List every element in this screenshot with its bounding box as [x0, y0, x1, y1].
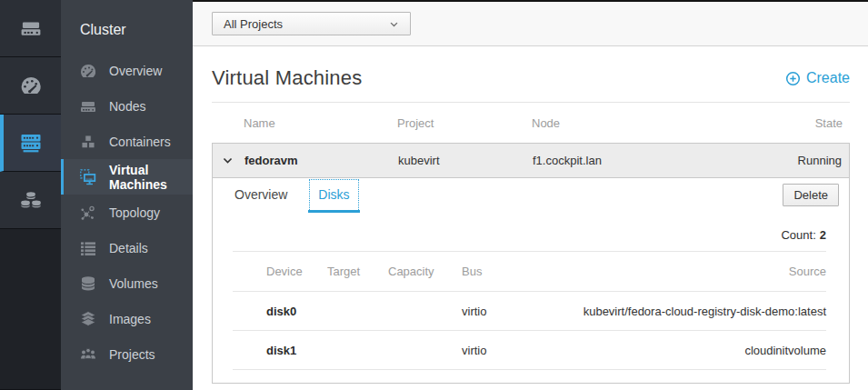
vm-detail-tabs: Overview Disks Delete [213, 178, 849, 213]
plus-circle-icon [785, 71, 801, 86]
sidebar-item-nodes[interactable]: Nodes [61, 88, 193, 124]
page-title: Virtual Machines [212, 66, 362, 90]
app-window: Cluster Overview Nodes Containers Virtua… [0, 0, 868, 390]
server-icon [77, 97, 99, 115]
strip-item-overview[interactable] [0, 57, 61, 115]
people-icon [77, 345, 99, 364]
sidebar-item-label: Volumes [109, 276, 158, 291]
sidebar: Cluster Overview Nodes Containers Virtua… [61, 0, 193, 390]
storage-stacks-icon [19, 188, 43, 212]
sidebar-item-label: Images [109, 312, 151, 326]
gauge-icon [19, 74, 43, 97]
main-area: All Projects Virtual Machines Create Nam… [193, 0, 868, 390]
sidebar-item-label: Overview [109, 64, 162, 78]
vm-detail-panel: Overview Disks Delete Count:2 Device Tar… [212, 178, 850, 384]
column-header-capacity: Capacity [388, 265, 462, 278]
icon-strip-filler [0, 229, 61, 390]
column-header-target: Target [327, 265, 388, 278]
top-bar: All Projects [193, 2, 868, 46]
app-icon-strip [0, 0, 61, 390]
sidebar-item-label: Containers [109, 135, 171, 149]
row-expander-chevron-down-icon[interactable] [213, 155, 244, 166]
disks-panel: Count:2 Device Target Capacity Bus Sourc… [213, 213, 849, 383]
column-header-name: Name [244, 116, 397, 130]
sidebar-item-label: Projects [109, 347, 155, 362]
sidebar-item-details[interactable]: Details [61, 230, 193, 265]
vm-node-cell: f1.cockpit.lan [533, 154, 744, 167]
server-icon [19, 16, 43, 40]
column-header-source: Source [575, 265, 826, 278]
disks-table-header: Device Target Capacity Bus Source [233, 252, 826, 292]
vm-project-cell: kubevirt [398, 154, 533, 167]
tab-overview[interactable]: Overview [224, 178, 297, 213]
vm-icon [77, 168, 99, 186]
content-pane: Virtual Machines Create Name Project Nod… [193, 46, 868, 390]
chevron-down-icon [389, 19, 399, 29]
sidebar-item-virtual-machines[interactable]: Virtual Machines [61, 159, 193, 195]
disks-count: Count:2 [233, 218, 826, 252]
strip-item-nodes[interactable] [0, 0, 61, 57]
column-header-project: Project [397, 116, 532, 130]
column-header-device: Device [233, 265, 327, 278]
table-row-disk1: disk1 virtio cloudinitvolume [233, 331, 826, 370]
sidebar-item-overview[interactable]: Overview [61, 53, 193, 88]
table-row-fedoravm[interactable]: fedoravm kubevirt f1.cockpit.lan Running [212, 143, 850, 178]
sidebar-item-label: Topology [109, 205, 160, 220]
list-icon [77, 239, 99, 257]
delete-button[interactable]: Delete [783, 184, 839, 206]
project-filter-value: All Projects [224, 17, 283, 31]
sidebar-item-images[interactable]: Images [61, 301, 193, 336]
vm-table-header: Name Project Node State [212, 102, 850, 143]
sidebar-item-label: Virtual Machines [109, 163, 193, 192]
strip-item-cluster[interactable] [0, 115, 61, 172]
create-button-label: Create [806, 70, 850, 86]
layers-icon [77, 310, 99, 328]
sidebar-item-projects[interactable]: Projects [61, 336, 193, 372]
sidebar-item-volumes[interactable]: Volumes [61, 265, 193, 301]
cubes-icon [77, 133, 99, 151]
tab-disks[interactable]: Disks [308, 178, 359, 213]
column-header-state: State [745, 116, 850, 130]
disk-device-cell: disk0 [233, 305, 327, 318]
sidebar-item-topology[interactable]: Topology [61, 195, 193, 230]
content-header: Virtual Machines Create [212, 66, 850, 90]
sidebar-item-containers[interactable]: Containers [61, 124, 193, 159]
database-icon [77, 275, 99, 293]
disk-source-cell: cloudinitvolume [575, 344, 826, 357]
sidebar-title: Cluster [61, 0, 193, 53]
sidebar-item-label: Nodes [109, 99, 145, 114]
create-button[interactable]: Create [785, 70, 850, 86]
vm-name-cell: fedoravm [244, 154, 398, 167]
disks-count-label: Count: [781, 228, 815, 242]
disks-count-value: 2 [820, 228, 826, 242]
strip-item-storage[interactable] [0, 172, 61, 229]
sidebar-item-label: Details [109, 241, 148, 255]
disk-bus-cell: virtio [462, 305, 575, 318]
column-header-node: Node [532, 116, 745, 130]
column-header-bus: Bus [462, 265, 575, 278]
disk-device-cell: disk1 [233, 344, 327, 357]
project-filter-dropdown[interactable]: All Projects [212, 12, 411, 35]
disk-bus-cell: virtio [462, 344, 575, 357]
vm-state-cell: Running [744, 154, 849, 167]
table-row-disk0: disk0 virtio kubevirt/fedora-cloud-regis… [233, 292, 826, 331]
sidebar-nav: Overview Nodes Containers Virtual Machin… [61, 53, 193, 372]
topology-icon [77, 204, 99, 222]
gauge-icon [77, 62, 99, 80]
disk-source-cell: kubevirt/fedora-cloud-registry-disk-demo… [575, 305, 826, 318]
rack-icon [18, 130, 44, 155]
